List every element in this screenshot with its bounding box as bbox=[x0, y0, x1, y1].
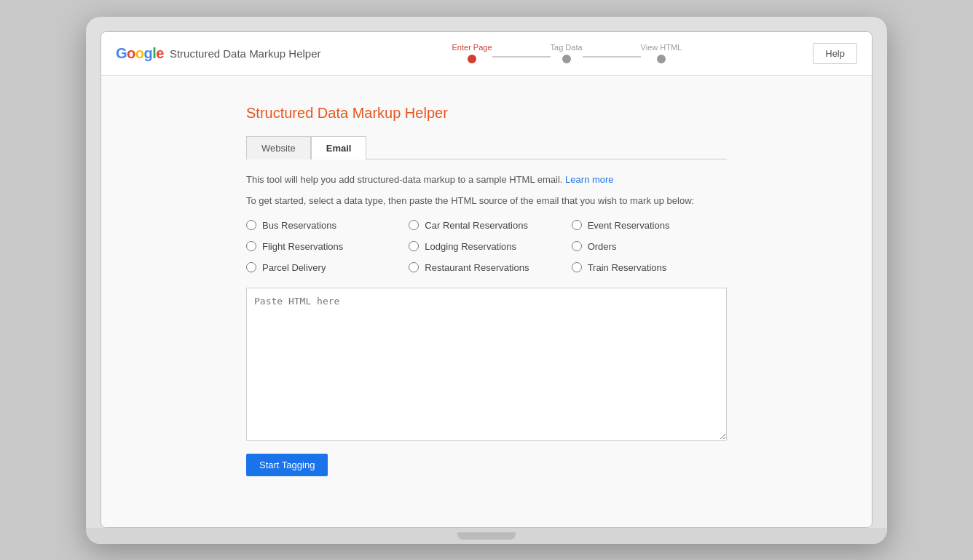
step-line-2 bbox=[583, 56, 641, 58]
step-enter-page: Enter Page bbox=[452, 43, 492, 63]
laptop-base bbox=[86, 528, 887, 544]
radio-parcel-delivery[interactable]: Parcel Delivery bbox=[246, 262, 401, 273]
step-tag-data-dot bbox=[562, 55, 571, 63]
radio-car-rental[interactable]: Car Rental Reservations bbox=[409, 220, 564, 231]
description-text: This tool will help you add structured-d… bbox=[246, 173, 727, 187]
app-title: Structured Data Markup Helper bbox=[170, 47, 321, 60]
step-enter-page-label: Enter Page bbox=[452, 43, 492, 52]
progress-steps: Enter Page Tag Data View HTML bbox=[321, 43, 814, 63]
instruction-text: To get started, select a data type, then… bbox=[246, 194, 727, 208]
radio-bus-reservations[interactable]: Bus Reservations bbox=[246, 220, 401, 231]
radio-orders[interactable]: Orders bbox=[572, 241, 727, 252]
step-view-html: View HTML bbox=[641, 43, 682, 63]
step-view-html-dot bbox=[657, 55, 666, 63]
radio-restaurant-reservations[interactable]: Restaurant Reservations bbox=[409, 262, 564, 273]
radio-car-input[interactable] bbox=[409, 220, 419, 230]
radio-orders-label: Orders bbox=[588, 241, 617, 252]
radio-train-label: Train Reservations bbox=[588, 262, 667, 273]
radio-event-input[interactable] bbox=[572, 220, 582, 230]
data-type-options: Bus Reservations Car Rental Reservations… bbox=[246, 220, 727, 273]
header-help-area: Help bbox=[813, 43, 857, 64]
laptop-frame: Google Structured Data Markup Helper Ent… bbox=[86, 17, 887, 544]
laptop-screen: Google Structured Data Markup Helper Ent… bbox=[101, 31, 872, 528]
radio-event-reservations[interactable]: Event Reservations bbox=[572, 220, 727, 231]
radio-lodging-input[interactable] bbox=[409, 241, 419, 251]
page-title: Structured Data Markup Helper bbox=[246, 105, 727, 122]
tabs-bar: Website Email bbox=[246, 136, 727, 159]
description-main: This tool will help you add structured-d… bbox=[246, 174, 562, 185]
step-view-html-label: View HTML bbox=[641, 43, 682, 52]
start-tagging-button[interactable]: Start Tagging bbox=[246, 454, 328, 476]
radio-flight-input[interactable] bbox=[246, 241, 256, 251]
step-line-1 bbox=[492, 56, 551, 58]
app-header: Google Structured Data Markup Helper Ent… bbox=[101, 32, 872, 76]
radio-lodging-reservations[interactable]: Lodging Reservations bbox=[409, 241, 564, 252]
help-button[interactable]: Help bbox=[813, 43, 857, 64]
radio-restaurant-input[interactable] bbox=[409, 262, 419, 272]
logo-area: Google Structured Data Markup Helper bbox=[116, 45, 321, 62]
radio-bus-input[interactable] bbox=[246, 220, 256, 230]
radio-flight-label: Flight Reservations bbox=[262, 241, 343, 252]
step-tag-data-label: Tag Data bbox=[551, 43, 583, 52]
radio-flight-reservations[interactable]: Flight Reservations bbox=[246, 241, 401, 252]
step-enter-page-dot bbox=[468, 55, 476, 63]
tab-email[interactable]: Email bbox=[311, 136, 367, 159]
radio-train-reservations[interactable]: Train Reservations bbox=[572, 262, 727, 273]
radio-bus-label: Bus Reservations bbox=[262, 220, 336, 231]
radio-restaurant-label: Restaurant Reservations bbox=[425, 262, 529, 273]
radio-orders-input[interactable] bbox=[572, 241, 582, 251]
step-container: Enter Page Tag Data View HTML bbox=[452, 43, 682, 63]
radio-car-label: Car Rental Reservations bbox=[425, 220, 528, 231]
main-content: Structured Data Markup Helper Website Em… bbox=[101, 76, 872, 527]
radio-parcel-input[interactable] bbox=[246, 262, 256, 272]
tab-website[interactable]: Website bbox=[246, 136, 311, 159]
html-input[interactable] bbox=[246, 288, 727, 441]
google-logo: Google bbox=[116, 45, 164, 62]
radio-parcel-label: Parcel Delivery bbox=[262, 262, 326, 273]
learn-more-link[interactable]: Learn more bbox=[565, 174, 613, 185]
radio-train-input[interactable] bbox=[572, 262, 582, 272]
inner-container: Structured Data Markup Helper Website Em… bbox=[232, 105, 741, 476]
radio-event-label: Event Reservations bbox=[588, 220, 670, 231]
step-tag-data: Tag Data bbox=[551, 43, 583, 63]
radio-lodging-label: Lodging Reservations bbox=[425, 241, 516, 252]
laptop-notch bbox=[457, 532, 516, 540]
